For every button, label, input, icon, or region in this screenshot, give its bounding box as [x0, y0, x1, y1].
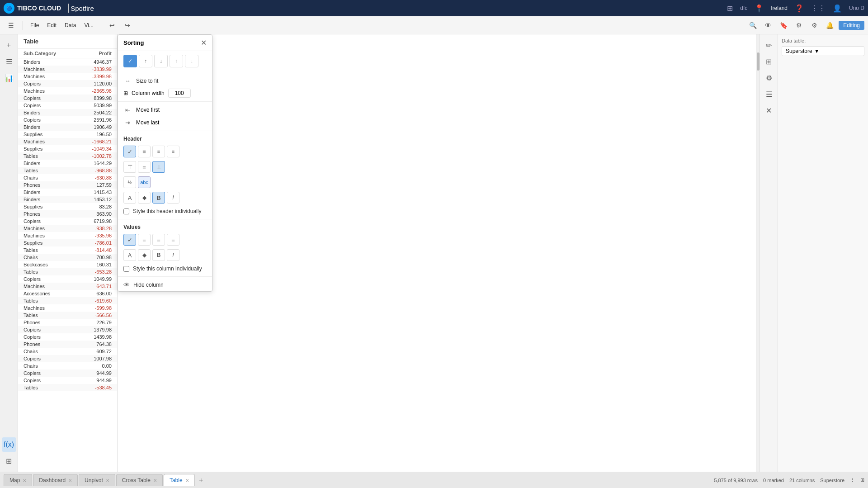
header-align-default[interactable]: ✓ [123, 146, 136, 157]
data-table-badge[interactable]: Superstore ▼ [782, 46, 864, 56]
tab-table[interactable]: Table ✕ [164, 474, 195, 486]
tab-unpivot[interactable]: Unpivot ✕ [79, 474, 115, 486]
tab-map-close[interactable]: ✕ [23, 478, 26, 483]
header-align-center[interactable]: ≡ [152, 146, 165, 157]
tab-unpivot-close[interactable]: ✕ [106, 478, 109, 483]
right-edit-icon[interactable]: ✏ [762, 38, 776, 52]
sidebar-charts-icon[interactable]: 📊 [2, 71, 16, 85]
right-list-icon[interactable]: ☰ [762, 87, 776, 101]
header-font-color[interactable]: ◆ [138, 192, 151, 204]
header-valign-middle[interactable]: ≡ [138, 161, 151, 173]
row-profit: -814.48 [80, 247, 112, 253]
menu-file[interactable]: File [28, 20, 42, 30]
undo-button[interactable]: ↩ [106, 19, 118, 32]
row-profit: 700.98 [80, 255, 112, 260]
status-settings-icon[interactable]: ⊞ [860, 477, 864, 483]
menu-view[interactable]: Vi... [81, 20, 96, 30]
tab-table-close[interactable]: ✕ [185, 478, 189, 483]
sort-desc2-button[interactable]: ↓ [185, 55, 198, 67]
values-align-left[interactable]: ≡ [138, 234, 151, 246]
column-width-input[interactable] [168, 89, 191, 98]
right-table-icon[interactable]: ⊞ [762, 54, 776, 69]
filter-button[interactable]: ⚙ [793, 19, 805, 32]
hide-column-row[interactable]: 👁 Hide column [118, 279, 212, 291]
move-last-row[interactable]: ⇥ Move last [118, 116, 212, 129]
sort-desc-button[interactable]: ↓ [154, 55, 168, 67]
sidebar-pages-icon[interactable]: ☰ [2, 54, 16, 69]
tab-dashboard[interactable]: Dashboard ✕ [33, 474, 78, 486]
values-font-bold[interactable]: B [152, 249, 165, 261]
table-row: Machines-599.98 [18, 304, 117, 312]
table-row: Supplies-786.01 [18, 239, 117, 246]
size-to-fit-row[interactable]: ↔ Size to fit [118, 75, 212, 87]
style-header-label: Style this header individually [133, 208, 201, 214]
header-valign-top[interactable]: ⊤ [123, 161, 136, 173]
right-settings-icon[interactable]: ⚙ [762, 71, 776, 85]
sorting-popup: Sorting ✕ ✓ ↑ ↓ ↑ ↓ ↔ Size to fit ⊞ Colu… [118, 34, 212, 292]
header-align-left[interactable]: ≡ [138, 146, 151, 157]
header-font-italic[interactable]: I [167, 192, 179, 204]
grid-icon[interactable]: ⊞ [727, 4, 733, 13]
popup-close-button[interactable]: ✕ [201, 38, 207, 47]
sidebar-function-icon[interactable]: f(x) [2, 437, 16, 452]
table-row: Copiers2591.96 [18, 116, 117, 123]
menu-edit[interactable]: Edit [44, 20, 59, 30]
hide-column-label: Hide column [133, 282, 164, 288]
header-valign-bottom[interactable]: ⊥ [152, 161, 165, 173]
header-format-abc[interactable]: abc [138, 176, 151, 188]
tab-dashboard-close[interactable]: ✕ [68, 478, 72, 483]
values-align-right[interactable]: ≡ [167, 234, 179, 246]
header-format-number[interactable]: ½ [123, 176, 136, 188]
values-font-italic[interactable]: I [167, 249, 179, 261]
tab-add-button[interactable]: + [196, 475, 207, 486]
sort-asc2-button[interactable]: ↑ [170, 55, 183, 67]
apps-icon[interactable]: ⋮⋮ [811, 4, 826, 13]
menu-data[interactable]: Data [62, 20, 79, 30]
sidebar-layers-icon[interactable]: ⊞ [2, 454, 16, 468]
row-subcategory: Tables [24, 313, 80, 318]
row-profit: 1379.98 [80, 327, 112, 332]
notification-button[interactable]: 🔔 [823, 19, 836, 32]
status-more-icon[interactable]: ⋮ [850, 477, 855, 483]
row-profit: -538.45 [80, 385, 112, 390]
bookmark-button[interactable]: 🔖 [777, 19, 790, 32]
row-subcategory: Tables [24, 385, 80, 390]
row-subcategory: Chairs [24, 175, 80, 180]
move-first-row[interactable]: ⇤ Move first [118, 104, 212, 116]
row-profit: 2504.22 [80, 110, 112, 115]
sort-asc-button[interactable]: ↑ [139, 55, 152, 67]
style-header-checkbox[interactable] [123, 208, 129, 214]
tab-map[interactable]: Map ✕ [4, 474, 32, 486]
header-font-A[interactable]: A [123, 192, 136, 204]
values-align-center[interactable]: ≡ [152, 234, 165, 246]
header-font-bold[interactable]: B [152, 192, 165, 204]
tab-cross-table[interactable]: Cross Table ✕ [116, 474, 163, 486]
style-column-row: Style this column individually [118, 263, 212, 275]
sidebar-add-icon[interactable]: + [2, 38, 16, 52]
style-column-checkbox[interactable] [123, 266, 129, 272]
help-icon[interactable]: ❓ [795, 4, 804, 13]
header-font-row: A ◆ B I [118, 190, 212, 205]
user-icon[interactable]: 👤 [833, 4, 842, 13]
eye-button[interactable]: 👁 [762, 19, 774, 32]
tab-map-label: Map [9, 477, 20, 483]
right-close-icon[interactable]: ✕ [762, 103, 776, 118]
values-align-default[interactable]: ✓ [123, 234, 136, 246]
tab-cross-table-close[interactable]: ✕ [153, 478, 157, 483]
row-subcategory: Machines [24, 139, 80, 144]
search-button[interactable]: 🔍 [746, 19, 759, 32]
settings-button[interactable]: ⚙ [808, 19, 821, 32]
row-subcategory: Copiers [24, 334, 80, 340]
header-align-right[interactable]: ≡ [167, 146, 179, 157]
table-row: Tables-619.60 [18, 297, 117, 304]
app-logo[interactable]: 🔵 TIBCO CLOUD [4, 3, 61, 14]
sort-default-button[interactable]: ✓ [123, 55, 137, 67]
values-font-A[interactable]: A [123, 249, 136, 261]
redo-button[interactable]: ↪ [121, 19, 134, 32]
move-last-icon: ⇥ [123, 119, 132, 126]
row-subcategory: Machines [24, 88, 80, 94]
location-icon[interactable]: 📍 [755, 4, 764, 13]
values-font-color[interactable]: ◆ [138, 249, 151, 261]
move-first-label: Move first [136, 107, 160, 113]
hamburger-icon[interactable]: ☰ [4, 18, 18, 33]
